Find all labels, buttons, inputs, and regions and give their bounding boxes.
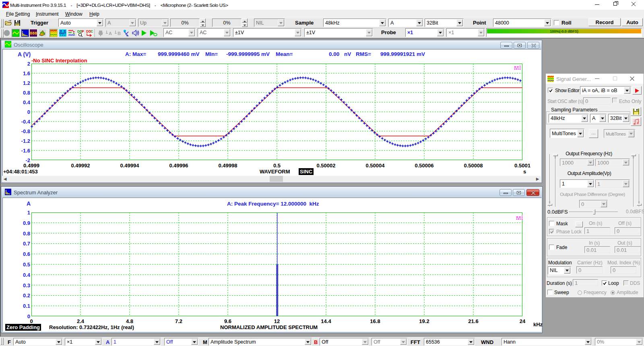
svg-text:DUT: DUT <box>60 31 66 35</box>
svg-text:888: 888 <box>30 31 37 36</box>
svg-text:A: A <box>109 31 112 36</box>
svg-text:P: P <box>82 29 84 33</box>
svg-text:C: C <box>91 29 93 33</box>
svg-text:B: B <box>118 31 121 36</box>
